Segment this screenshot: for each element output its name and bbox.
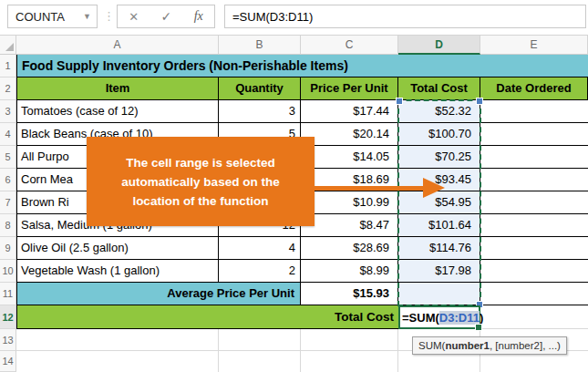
header-item[interactable]: Item bbox=[16, 78, 219, 100]
cell-e7[interactable] bbox=[480, 191, 588, 214]
screentip-suffix: , [number2], ...) bbox=[490, 340, 561, 351]
cell-b9[interactable]: 4 bbox=[219, 237, 301, 260]
callout-line: The cell range is selected bbox=[87, 153, 315, 172]
row-header-1[interactable]: 1 bbox=[0, 55, 16, 78]
cell-e11[interactable] bbox=[480, 283, 588, 305]
sheet-title-cell[interactable]: Food Supply Inventory Orders (Non-Perish… bbox=[16, 55, 588, 78]
row-header-12-active[interactable]: 12 bbox=[0, 305, 16, 329]
row-header-8[interactable]: 8 bbox=[0, 214, 16, 237]
cell-d3[interactable]: $52.32 bbox=[398, 100, 480, 123]
cell-e9[interactable] bbox=[480, 237, 588, 260]
row-header-14[interactable]: 14 bbox=[0, 351, 16, 372]
row-header-6[interactable]: 6 bbox=[0, 169, 16, 191]
formula-buttons: ✕ ✓ fx bbox=[117, 5, 215, 28]
cell-d10[interactable]: $17.98 bbox=[398, 260, 480, 283]
cell-a10[interactable]: Vegetable Wash (1 gallon) bbox=[16, 260, 219, 283]
function-screentip: SUM(number1, [number2], ...) bbox=[412, 336, 567, 355]
cell-e5[interactable] bbox=[480, 146, 588, 169]
callout-line: location of the function bbox=[87, 191, 315, 211]
callout-arrow-head-icon bbox=[423, 178, 445, 198]
select-all-button[interactable] bbox=[0, 35, 16, 55]
cell-e10[interactable] bbox=[480, 260, 588, 283]
column-header-a[interactable]: A bbox=[16, 35, 219, 55]
cell-e3[interactable] bbox=[480, 100, 588, 123]
cell-a9[interactable]: Olive Oil (2.5 gallon) bbox=[16, 237, 219, 260]
cell-c3[interactable]: $17.44 bbox=[301, 100, 398, 123]
average-label-cell[interactable]: Average Price Per Unit bbox=[16, 283, 301, 305]
cell-c8[interactable]: $8.47 bbox=[301, 214, 398, 237]
cell-d11[interactable] bbox=[398, 283, 480, 305]
cell-d9[interactable]: $114.76 bbox=[398, 237, 480, 260]
cell-c7[interactable]: $10.99 bbox=[301, 191, 398, 214]
column-header-d-selected[interactable]: D bbox=[398, 35, 480, 55]
header-quantity[interactable]: Quantity bbox=[219, 78, 301, 100]
cell-c10[interactable]: $8.99 bbox=[301, 260, 398, 283]
enter-icon[interactable]: ✓ bbox=[161, 9, 172, 24]
row-header-7[interactable]: 7 bbox=[0, 191, 16, 214]
column-header-c[interactable]: C bbox=[301, 35, 398, 55]
row-header-3[interactable]: 3 bbox=[0, 100, 16, 123]
insert-function-icon[interactable]: fx bbox=[194, 9, 203, 24]
formula-bar-text: =SUM(D3:D11) bbox=[232, 10, 313, 24]
cell-b10[interactable]: 2 bbox=[219, 260, 301, 283]
name-box[interactable]: COUNTA ▼ bbox=[7, 5, 98, 28]
column-header-b[interactable]: B bbox=[219, 35, 301, 55]
cell-b3[interactable]: 3 bbox=[219, 100, 301, 123]
row-header-11[interactable]: 11 bbox=[0, 283, 16, 305]
callout-line: automatically based on the bbox=[87, 172, 315, 191]
callout-bubble: The cell range is selected automatically… bbox=[87, 137, 315, 226]
fill-handle[interactable] bbox=[475, 324, 482, 331]
header-total[interactable]: Total Cost bbox=[398, 78, 480, 100]
row-header-4[interactable]: 4 bbox=[0, 123, 16, 146]
cell-e8[interactable] bbox=[480, 214, 588, 237]
formula-prefix: =SUM( bbox=[402, 311, 439, 325]
row-header-5[interactable]: 5 bbox=[0, 146, 16, 169]
cell-c5[interactable]: $14.05 bbox=[301, 146, 398, 169]
formula-bar-area: COUNTA ▼ ⋮ ✕ ✓ fx =SUM(D3:D11) bbox=[0, 0, 588, 35]
cell-c9[interactable]: $28.69 bbox=[301, 237, 398, 260]
cell-c4[interactable]: $20.14 bbox=[301, 123, 398, 146]
name-box-value: COUNTA bbox=[8, 10, 83, 24]
screentip-prefix: SUM( bbox=[418, 340, 445, 351]
cell-d4[interactable]: $100.70 bbox=[398, 123, 480, 146]
row-header-10[interactable]: 10 bbox=[0, 260, 16, 283]
cell-e4[interactable] bbox=[480, 123, 588, 146]
header-date[interactable]: Date Ordered bbox=[480, 78, 588, 100]
cancel-icon[interactable]: ✕ bbox=[129, 10, 139, 24]
cell-d5[interactable]: $70.25 bbox=[398, 146, 480, 169]
cell-e6[interactable] bbox=[480, 169, 588, 191]
row-header-13[interactable]: 13 bbox=[0, 329, 16, 351]
cell-d8[interactable]: $101.64 bbox=[398, 214, 480, 237]
column-header-e[interactable]: E bbox=[480, 35, 588, 55]
name-box-dropdown-icon[interactable]: ▼ bbox=[83, 12, 97, 21]
cell-a3[interactable]: Tomatoes (case of 12) bbox=[16, 100, 219, 123]
separator-dots-icon: ⋮ bbox=[103, 6, 114, 28]
spreadsheet-window: COUNTA ▼ ⋮ ✕ ✓ fx =SUM(D3:D11) A B C D E… bbox=[0, 0, 588, 372]
callout-arrow-shaft bbox=[315, 186, 424, 191]
formula-suffix: ) bbox=[480, 311, 483, 325]
total-cost-label-cell[interactable]: Total Cost bbox=[16, 305, 398, 329]
formula-bar-input[interactable]: =SUM(D3:D11) bbox=[224, 5, 586, 28]
header-price[interactable]: Price Per Unit bbox=[301, 78, 398, 100]
cell-d12-formula-edit[interactable]: =SUM(D3:D11) bbox=[398, 305, 480, 329]
gridline bbox=[482, 328, 588, 329]
cell-c11-average-value[interactable]: $15.93 bbox=[301, 283, 398, 305]
screentip-arg1: number1 bbox=[445, 340, 490, 351]
formula-range-highlight: D3:D11 bbox=[439, 311, 480, 325]
row-header-9[interactable]: 9 bbox=[0, 237, 16, 260]
row-header-2[interactable]: 2 bbox=[0, 78, 16, 100]
